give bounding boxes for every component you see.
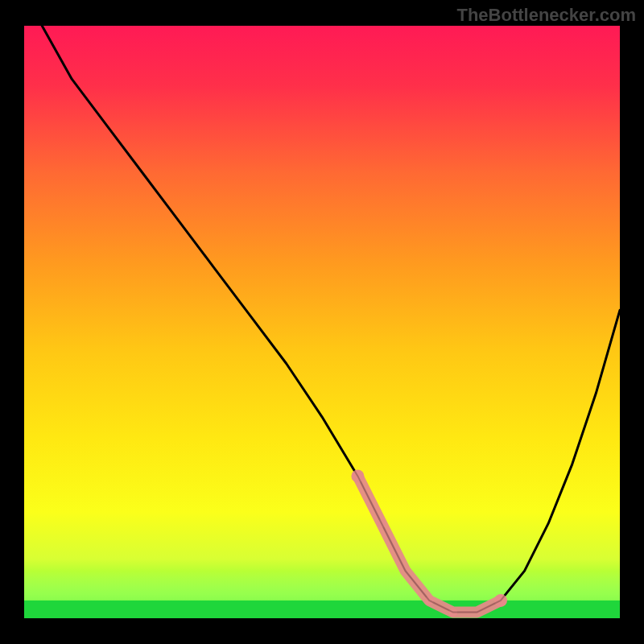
green-fade-band bbox=[24, 571, 620, 601]
bottleneck-chart bbox=[0, 0, 644, 644]
plot-area bbox=[0, 0, 644, 644]
optimum-band bbox=[24, 601, 620, 618]
watermark-text: TheBottlenecker.com bbox=[456, 5, 636, 26]
gradient-background bbox=[24, 26, 620, 618]
chart-container: TheBottlenecker.com bbox=[0, 0, 644, 644]
